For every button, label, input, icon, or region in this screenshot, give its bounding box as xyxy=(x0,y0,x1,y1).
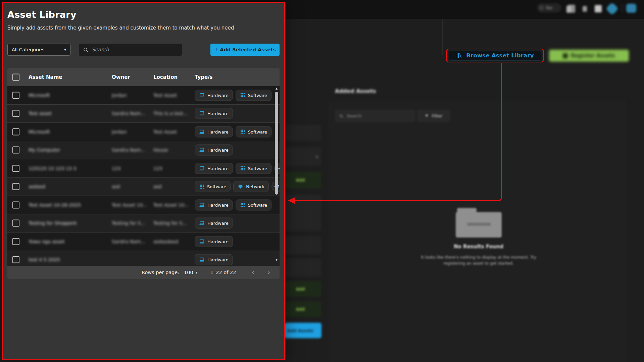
empty-state-title: No Results Found xyxy=(327,244,630,250)
type-chip-hardware: Hardware xyxy=(195,145,233,156)
search-icon xyxy=(83,47,89,53)
gem-icon[interactable] xyxy=(605,2,619,15)
owner-cell: Jordan xyxy=(112,93,150,98)
library-search[interactable] xyxy=(79,44,182,56)
laptop-icon xyxy=(199,202,205,208)
type-chip-label: Hardware xyxy=(207,111,229,116)
type-chip-software: Software xyxy=(236,90,271,101)
panel-subtitle: Simply add assets from the given example… xyxy=(7,25,234,31)
row-checkbox[interactable] xyxy=(12,147,19,154)
next-page-button[interactable]: › xyxy=(267,269,270,276)
type-chips: HardwareSoftware xyxy=(195,90,271,101)
row-checkbox[interactable] xyxy=(12,128,19,135)
table-row[interactable]: Yowa nga assetSandra Nam...asdasdasdHard… xyxy=(7,232,280,251)
esc-shortcut-pill[interactable]: Esc xyxy=(537,3,561,12)
table-row[interactable]: MicrosoftJordanTest AssetHardwareSoftwar… xyxy=(7,123,280,141)
table-row[interactable]: MicrosoftJordanTest AssetHardwareSoftwar… xyxy=(7,86,280,105)
browse-asset-library-button[interactable]: Browse Asset Library xyxy=(449,51,541,60)
row-checkbox[interactable] xyxy=(12,220,19,227)
table-row[interactable]: Test assetSandra Nam...This is a test...… xyxy=(7,105,280,123)
register-button-label: Register Assets xyxy=(571,53,615,59)
row-checkbox[interactable] xyxy=(12,256,19,263)
topbar-divider xyxy=(622,4,623,12)
empty-folder-icon xyxy=(456,208,502,238)
library-icon xyxy=(456,52,462,59)
laptop-icon xyxy=(199,165,205,171)
type-chip-label: Software xyxy=(207,184,226,189)
close-icon[interactable]: × xyxy=(315,154,319,159)
asset-table: Asset Name Owner Location Type/s Microso… xyxy=(7,68,280,279)
row-checkbox[interactable] xyxy=(12,201,19,208)
type-chip-label: Software xyxy=(248,202,267,207)
select-all-checkbox[interactable] xyxy=(12,73,19,81)
type-chips: HardwareSoftware+ xyxy=(195,163,280,174)
lock-icon[interactable] xyxy=(583,6,587,12)
type-chips: SoftwareNetwork+1 xyxy=(195,181,280,192)
table-row[interactable]: 123123 13 123 13 3123123HardwareSoftware… xyxy=(7,159,280,178)
asset-name-cell: Test asset xyxy=(29,111,107,116)
type-chip-label: Software xyxy=(248,129,267,134)
type-chips: Hardware xyxy=(195,236,233,247)
added-assets-search[interactable] xyxy=(335,110,415,122)
avatar[interactable] xyxy=(626,4,636,13)
laptop-icon xyxy=(199,257,205,263)
location-cell: Test Asset xyxy=(153,93,192,98)
category-dropdown[interactable]: All Categories ▾ xyxy=(7,44,70,56)
form-field-large xyxy=(279,195,321,231)
filter-button[interactable]: Filter xyxy=(417,110,450,122)
gem-icon xyxy=(238,184,243,190)
copy-icon[interactable] xyxy=(568,5,575,13)
previous-page-button[interactable]: ‹ xyxy=(251,269,254,276)
scrollbar-thumb[interactable] xyxy=(275,92,278,195)
location-cell: Test Asset 10... xyxy=(153,202,192,208)
type-chip-hardware: Hardware xyxy=(195,108,233,119)
type-chip-label: Software xyxy=(248,93,267,98)
table-row[interactable]: asdasdasdasdSoftwareNetwork+1 xyxy=(7,178,280,196)
filter-icon xyxy=(425,114,429,118)
register-assets-button[interactable]: Register Assets xyxy=(549,50,629,62)
type-chips: Hardware xyxy=(195,145,233,156)
grid-icon xyxy=(199,184,204,189)
type-chip-software: Software xyxy=(195,181,231,192)
chevron-down-icon: ▾ xyxy=(196,270,198,275)
location-cell: 123 xyxy=(153,166,192,171)
package-icon[interactable] xyxy=(595,5,602,12)
type-chip-software: Software xyxy=(236,163,271,174)
laptop-icon xyxy=(199,220,205,226)
grid-icon xyxy=(240,93,245,98)
scroll-up-icon[interactable]: ▲ xyxy=(274,87,279,90)
form-field xyxy=(279,236,321,254)
table-row[interactable]: Testing for ShopperkTesting for S...Test… xyxy=(7,214,280,233)
type-chip-hardware: Hardware xyxy=(195,163,233,174)
add-button-small[interactable]: Add xyxy=(279,172,321,189)
add-selected-assets-button[interactable]: + Add Selected Assets xyxy=(210,44,280,56)
add-button-small[interactable]: Add xyxy=(279,281,321,297)
row-checkbox[interactable] xyxy=(12,110,19,117)
pagination-bar: Rows per page: 100 ▾ 1–22 of 22 ‹ › xyxy=(7,266,280,279)
form-field xyxy=(279,258,321,277)
add-assets-button[interactable]: Add Assets xyxy=(279,323,321,338)
add-label: Add xyxy=(296,307,305,312)
type-chip-label: Hardware xyxy=(207,202,229,207)
asset-name-cell: test 4 5 2025 xyxy=(29,257,107,262)
scroll-down-icon[interactable]: ▼ xyxy=(274,258,279,261)
added-search-input[interactable] xyxy=(347,113,407,118)
asset-name-cell: Test Asset 10-28-2025 xyxy=(29,202,107,208)
type-chip-label: Hardware xyxy=(207,257,229,262)
column-header-owner: Owner xyxy=(112,74,130,80)
row-checkbox[interactable] xyxy=(12,165,19,172)
table-row[interactable]: test 4 5 2025Hardware xyxy=(7,251,280,266)
row-checkbox[interactable] xyxy=(12,183,19,190)
table-row[interactable]: My ComputerSandra Nam...HouseHardware xyxy=(7,141,280,160)
asset-table-rows: MicrosoftJordanTest AssetHardwareSoftwar… xyxy=(7,86,280,266)
location-cell: Test Asset xyxy=(153,129,192,135)
add-label: Add xyxy=(296,287,305,292)
laptop-icon xyxy=(199,147,205,153)
table-row[interactable]: Test Asset 10-28-2025Test Asset 10...Tes… xyxy=(7,196,280,214)
row-checkbox[interactable] xyxy=(12,92,19,99)
rows-per-page-select[interactable]: 100 ▾ xyxy=(184,270,198,275)
row-checkbox[interactable] xyxy=(12,238,19,245)
owner-cell: Sandra Nam... xyxy=(112,239,150,244)
library-search-input[interactable] xyxy=(92,47,176,53)
add-button-small[interactable]: Add xyxy=(279,301,321,317)
